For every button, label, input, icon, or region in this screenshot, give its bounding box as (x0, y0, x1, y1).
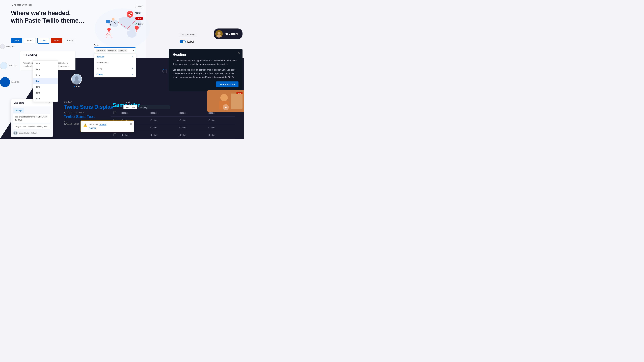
live-badge: Live (236, 92, 242, 94)
minimize-button[interactable]: — (44, 101, 47, 104)
cell-2-0: Content (119, 131, 148, 139)
tag-banana: Banana ✕ (96, 49, 106, 52)
list-item-4[interactable]: Item (33, 84, 58, 90)
chat-title: Live chat (14, 101, 24, 104)
svg-rect-21 (231, 93, 242, 109)
sort-icon-0[interactable]: ↕ (130, 112, 130, 114)
list-menu: Item Item Item Item Item Item Item (33, 60, 58, 102)
inline-code: Inline code (180, 33, 197, 37)
body-label: Headings and Body (64, 112, 118, 114)
close-chat-button[interactable]: ✕ (48, 101, 50, 104)
cell-0-1: Content (148, 117, 177, 124)
toast-close-button[interactable]: ✕ (130, 123, 132, 125)
heading-card: ✕ Heading A Modal is a dialog that appea… (169, 49, 242, 91)
agent-name-time: Gibby Radler · 3:45pm (19, 132, 38, 134)
chat-avatar (215, 30, 223, 37)
swatch-label-blue05: BLUE 05 (9, 65, 17, 67)
cell-0-2: Content (177, 117, 206, 124)
check-icon: ✓ (132, 56, 133, 58)
fruits-dropdown-list: Banana ✓ Watermelon Mango ✓ Cherry ✓ (94, 54, 136, 77)
fruits-select[interactable]: Banana ✕ Mango ✕ Cherry ✕ ▾ (94, 47, 136, 53)
list-item-3[interactable]: Item (33, 78, 58, 84)
chat-bubble: Hey there! (214, 28, 242, 39)
swatch-blue55: BLUE 55 (0, 77, 20, 87)
btn-outline-blue[interactable]: Label (38, 38, 50, 43)
avatar-section (71, 74, 82, 87)
swatch-blue05: BLUE 05 (0, 62, 17, 69)
close-button[interactable]: ✕ (238, 51, 240, 55)
list-item-5[interactable]: Item (33, 90, 58, 96)
accordion-header[interactable]: ▼ Heading (20, 51, 75, 59)
dot-0 (74, 86, 75, 87)
toast-link-1[interactable]: Anchor (100, 123, 106, 126)
badge-label: Label (135, 5, 144, 8)
play-icon[interactable]: ▶ (223, 104, 229, 110)
cell-0-3: Content (206, 117, 235, 124)
svg-point-19 (220, 94, 228, 101)
inline-code-section: Inline code Label (180, 31, 197, 43)
chat-controls: — ✕ (44, 101, 50, 104)
remove-cherry[interactable]: ✕ (125, 49, 126, 51)
toast-link-2[interactable]: Anchor (89, 127, 96, 129)
fruits-label: Fruits (94, 44, 136, 46)
cell-1-2: Content (177, 124, 206, 131)
remove-mango[interactable]: ✕ (114, 49, 116, 51)
sort-icon-1[interactable]: ↕ (158, 112, 159, 114)
svg-point-16 (218, 32, 220, 35)
swatch-label-gray: GRAY 05 (6, 45, 14, 47)
sort-icon-2[interactable]: ↕ (188, 112, 188, 114)
heading-card-text2: You can compose a Modal content area to … (173, 68, 238, 79)
list-item-2[interactable]: Item (33, 72, 58, 78)
check-label-row: ✔ Label (135, 23, 169, 25)
row-checkbox-2[interactable] (113, 133, 116, 136)
page-wrapper: IMPLEMENTATION Where we're headed,with P… (0, 0, 244, 139)
chat-message-1: You should receive the refund within 10 … (13, 114, 50, 123)
remove-banana[interactable]: ✕ (104, 49, 105, 51)
option-cherry[interactable]: Cherry ✓ (94, 71, 136, 77)
right-labels-panel: Label 100 Label ✔ Label (135, 5, 169, 27)
heading-card-text1: A Modal is a dialog that appears over th… (173, 59, 238, 66)
loading-spinner (162, 69, 167, 73)
chat-bubble-text: Hey there! (225, 32, 240, 36)
svg-point-6 (128, 13, 130, 15)
carousel-dots (74, 86, 80, 87)
option-mango[interactable]: Mango ✓ (94, 65, 136, 71)
cell-2-2: Content (177, 131, 206, 139)
swatch-circle-blue05 (0, 62, 8, 69)
list-item-6[interactable]: Item (33, 96, 58, 102)
option-watermelon[interactable]: Watermelon (94, 60, 136, 65)
list-item-0[interactable]: Item (33, 60, 58, 66)
body-text: Twilio Sans Text (64, 114, 118, 119)
svg-point-14 (74, 80, 80, 84)
chat-body: 10 days You should receive the refund wi… (11, 106, 53, 137)
live-chat-widget: Live chat — ✕ 10 days You should receive… (11, 99, 53, 137)
btn-outline[interactable]: Label (24, 38, 36, 43)
btn-ghost[interactable]: Label (64, 38, 76, 43)
option-banana[interactable]: Banana ✓ (94, 54, 136, 60)
dot-2 (78, 86, 80, 87)
chat-message-2: Do you need help with anything else? (13, 124, 50, 129)
check-circle-icon: ✔ (135, 23, 137, 25)
btn-red[interactable]: Label (51, 38, 62, 43)
svg-point-3 (107, 28, 111, 31)
main-heading: Where we're headed,with Paste Twilio the… (11, 9, 95, 24)
header-checkbox[interactable] (113, 111, 116, 114)
cell-1-1: Content (148, 124, 177, 131)
avatar (71, 74, 82, 84)
swatch-label-blue55: BLUE 55 (12, 81, 20, 83)
cherry-check-icon: ✓ (132, 73, 133, 76)
video-widget[interactable]: Live ▶ (207, 90, 244, 112)
sort-icon-3[interactable]: ↕ (216, 112, 217, 114)
list-item-1[interactable]: Item (33, 66, 58, 72)
file-label: * Label (124, 101, 170, 104)
dot-1 (76, 86, 77, 87)
btn-primary[interactable]: Label (11, 38, 22, 43)
primary-action-button[interactable]: Primary action (216, 81, 238, 87)
cell-2-3: Content (206, 131, 235, 139)
toggle-switch[interactable] (180, 40, 186, 43)
chat-agent-info: GR Gibby Radler · 3:45pm (13, 131, 50, 135)
cell-1-3: Content (206, 124, 235, 131)
svg-point-8 (130, 15, 131, 16)
toast-text: Toast text. Anchor Anchor (89, 123, 106, 130)
buttons-row: Label Label Label Label Label (11, 38, 76, 43)
